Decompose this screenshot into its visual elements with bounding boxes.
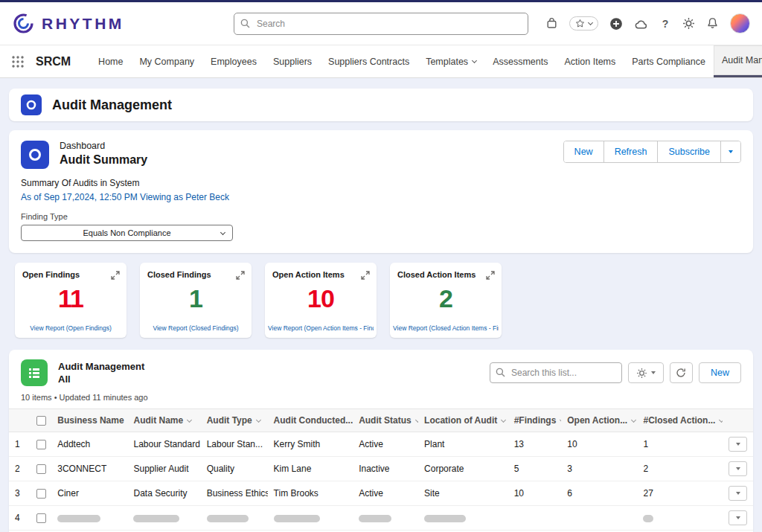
help-icon[interactable]: ?	[659, 18, 671, 30]
tab-audit-management[interactable]: Audit Management	[714, 45, 762, 77]
list-view-name[interactable]: All	[58, 374, 144, 385]
tab-employees[interactable]: Employees	[202, 45, 265, 77]
table-cell: Tim Brooks	[268, 481, 353, 506]
chevron-down-icon	[631, 417, 636, 423]
metric-report-link[interactable]: View Report (Closed Findings)	[143, 324, 249, 332]
tab-label: Suppliers Contracts	[328, 57, 409, 67]
expand-icon[interactable]	[236, 269, 245, 283]
store-icon[interactable]	[545, 17, 558, 30]
table-cell: 3	[561, 457, 637, 481]
column-label: Location of Audit	[424, 415, 497, 426]
column-header[interactable]: Audit Status	[353, 409, 418, 432]
tab-label: Audit Management	[722, 55, 762, 65]
select-all-checkbox[interactable]	[36, 416, 46, 426]
setup-gear-icon[interactable]	[682, 17, 695, 30]
column-header[interactable]: Audit Conducted...	[268, 409, 353, 432]
upload-cloud-icon[interactable]	[634, 18, 648, 30]
chevron-down-icon	[472, 58, 477, 63]
row-number-cell: 1	[9, 432, 31, 457]
global-search-input[interactable]	[234, 13, 528, 35]
column-header[interactable]: Business Name	[51, 409, 127, 432]
column-label: Audit Status	[359, 415, 412, 426]
metric-card: Open Findings11View Report (Open Finding…	[15, 263, 127, 338]
row-actions-button[interactable]	[729, 437, 747, 452]
column-header[interactable]: Audit Type	[201, 409, 268, 432]
column-header[interactable]: #Closed Action...	[637, 409, 723, 432]
chevron-down-icon	[256, 417, 261, 423]
metric-card: Open Action Items10View Report (Open Act…	[265, 263, 377, 338]
table-cell: Quality	[201, 457, 268, 481]
tab-home[interactable]: Home	[90, 45, 131, 77]
table-cell	[418, 506, 508, 531]
dashboard-kicker: Dashboard	[60, 141, 147, 151]
subscribe-button[interactable]: Subscribe	[657, 141, 720, 162]
audit-management-icon	[21, 94, 42, 115]
refresh-button[interactable]: Refresh	[603, 141, 658, 162]
metric-card: Closed Action Items2View Report (Closed …	[390, 263, 502, 338]
column-header[interactable]: Location of Audit	[418, 409, 508, 432]
tab-templates[interactable]: Templates	[417, 45, 484, 77]
row-actions-button[interactable]	[729, 486, 747, 501]
column-header-label: #Findings	[514, 415, 562, 426]
column-header-label: Audit Status	[359, 415, 418, 426]
table-cell: 6	[561, 481, 637, 506]
table-row: 4	[9, 506, 753, 531]
notifications-bell-icon[interactable]	[706, 17, 719, 30]
skeleton-placeholder	[359, 515, 391, 522]
column-label: #Closed Action...	[643, 415, 715, 426]
row-actions-button[interactable]	[729, 510, 747, 525]
column-header[interactable]: Audit Name	[127, 409, 200, 432]
expand-icon[interactable]	[111, 269, 120, 283]
column-header[interactable]: #Findings	[508, 409, 562, 432]
row-checkbox[interactable]	[36, 489, 46, 499]
metric-card: Closed Findings1View Report (Closed Find…	[140, 263, 252, 338]
row-number-cell: 2	[9, 457, 31, 481]
table-cell	[637, 506, 723, 531]
list-search-input[interactable]	[490, 362, 622, 383]
table-cell: Active	[353, 432, 418, 457]
skeleton-placeholder	[274, 515, 320, 522]
list-settings-button[interactable]	[628, 362, 664, 383]
favorites-star-icon[interactable]	[569, 16, 598, 31]
refresh-icon	[676, 368, 686, 378]
tab-my-company[interactable]: My Company	[131, 45, 202, 77]
tab-assessments[interactable]: Assessments	[484, 45, 556, 77]
header-utility-icons: ?	[545, 13, 750, 33]
tab-label: Templates	[426, 57, 468, 67]
row-actions-button[interactable]	[729, 461, 747, 476]
select-all-header	[31, 409, 52, 432]
dropdown-triangle-icon	[729, 150, 733, 153]
table-cell: Data Security	[127, 481, 200, 506]
app-launcher-icon[interactable]	[10, 54, 25, 69]
skeleton-placeholder	[57, 515, 100, 522]
expand-icon[interactable]	[486, 269, 495, 283]
skeleton-placeholder	[207, 515, 249, 522]
metric-report-link[interactable]: View Report (Closed Action Items - Findi…	[393, 324, 499, 332]
column-header-label: Audit Name	[133, 415, 191, 426]
dashboard-actions-menu-button[interactable]	[720, 141, 740, 162]
column-header-label: Open Action...	[567, 415, 635, 426]
table-cell	[268, 506, 353, 531]
tab-parts-compliance[interactable]: Parts Compliance	[624, 45, 714, 77]
list-new-button[interactable]: New	[699, 362, 741, 383]
global-actions-add-icon[interactable]	[609, 17, 623, 31]
row-checkbox[interactable]	[36, 440, 46, 449]
tab-action-items[interactable]: Action Items	[556, 45, 624, 77]
expand-icon[interactable]	[361, 269, 370, 283]
column-header[interactable]: Open Action...	[561, 409, 637, 432]
list-refresh-button[interactable]	[670, 362, 693, 383]
table-cell: 27	[637, 481, 723, 506]
row-checkbox[interactable]	[36, 464, 46, 474]
table-cell: 1	[637, 432, 723, 457]
tab-label: Parts Compliance	[632, 57, 705, 67]
metric-report-link[interactable]: View Report (Open Findings)	[18, 324, 124, 332]
metric-report-link[interactable]: View Report (Open Action Items - Finding…	[268, 324, 374, 332]
user-avatar[interactable]	[730, 13, 750, 33]
tab-suppliers-contracts[interactable]: Suppliers Contracts	[320, 45, 417, 77]
finding-type-select[interactable]: Equals Non Compliance	[21, 225, 233, 241]
dashboard-asof-link[interactable]: As of Sep 17,2024, 12:50 PM Viewing as P…	[21, 192, 741, 202]
list-view-card: Audit Management All New	[9, 350, 753, 532]
tab-suppliers[interactable]: Suppliers	[265, 45, 320, 77]
new-button[interactable]: New	[564, 141, 603, 162]
row-checkbox[interactable]	[36, 513, 46, 523]
